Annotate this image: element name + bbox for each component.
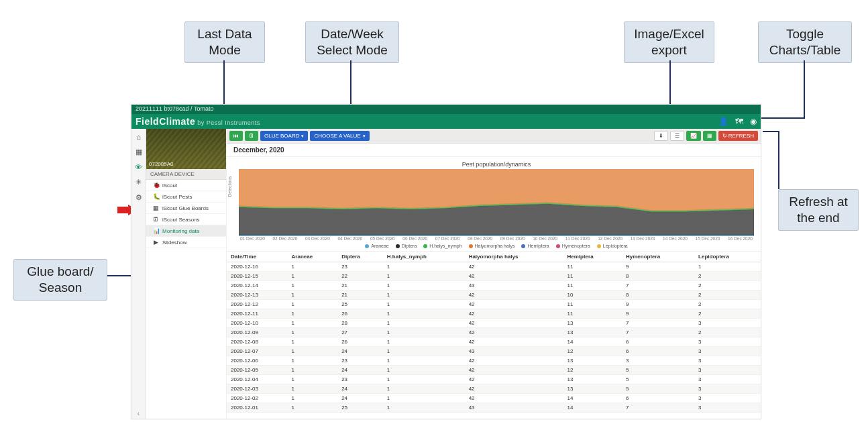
- month-label: December, 2020: [227, 144, 761, 157]
- callout-refresh: Refresh atthe end: [778, 189, 859, 231]
- choose-value-dropdown[interactable]: CHOOSE A VALUE▾: [310, 131, 369, 141]
- table-header: Hymenoptera: [622, 252, 694, 262]
- toolbar: ⏮ 🗓 GLUE BOARD▾ CHOOSE A VALUE▾ ⬇ ☰ 📈 ▦ …: [227, 129, 761, 144]
- connector-line: [778, 131, 779, 189]
- bug-icon[interactable]: ✳: [135, 178, 142, 187]
- toggle-table-button[interactable]: ▦: [703, 131, 716, 141]
- chart-xtick: 04 Dec 2020: [337, 236, 362, 241]
- sidebar-item-slideshow[interactable]: ▶Slideshow: [146, 237, 226, 248]
- table-row: 2020-12-151221421182: [227, 272, 761, 281]
- table-row: 2020-12-081261421463: [227, 337, 761, 347]
- chart-xtick: 06 Dec 2020: [402, 236, 427, 241]
- chart-xtick: 15 Dec 2020: [696, 236, 720, 241]
- legend-item: Diptera: [396, 244, 417, 248]
- chart-ylabel: Detections: [227, 176, 232, 197]
- legend-item: Hemiptera: [521, 244, 549, 248]
- table-row: 2020-12-161231421191: [227, 262, 761, 272]
- broadcast-icon[interactable]: ◉: [750, 117, 757, 126]
- breadcrumb: 20211111 bt078cad / Tomato: [131, 105, 761, 114]
- station-hero: 072085A0: [146, 129, 226, 169]
- legend-item: Araneae: [365, 244, 388, 248]
- export-image-button[interactable]: ⬇: [654, 131, 668, 141]
- eye-icon[interactable]: 👁: [135, 163, 142, 171]
- refresh-button[interactable]: ↻ REFRESH: [718, 131, 758, 141]
- export-excel-button[interactable]: ☰: [670, 131, 684, 141]
- legend-item: Hymenoptera: [556, 244, 590, 248]
- table-header: Hemiptera: [563, 252, 622, 262]
- sidebar-item-iscout-glue-boards[interactable]: ▦iScout Glue Boards: [146, 203, 226, 214]
- chart-xtick: 03 Dec 2020: [305, 236, 330, 241]
- toggle-chart-button[interactable]: 📈: [686, 131, 701, 141]
- callout-last-data-mode: Last DataMode: [184, 21, 265, 63]
- chart-xtick: 16 Dec 2020: [728, 236, 753, 241]
- chart-xtick: 11 Dec 2020: [565, 236, 590, 241]
- chart-xlabels: 01 Dec 202002 Dec 202003 Dec 202004 Dec …: [239, 236, 754, 241]
- nav-label: iScout: [162, 182, 177, 189]
- data-table-wrap[interactable]: Date/TimeAraneaeDipteraH.halys_nymphHaly…: [227, 251, 761, 419]
- table-row: 2020-12-031241421353: [227, 384, 761, 394]
- callout-glueboard-season: Glue board/Season: [13, 259, 107, 301]
- table-row: 2020-12-131211421082: [227, 291, 761, 300]
- callout-date-week: Date/WeekSelect Mode: [305, 21, 399, 63]
- home-icon[interactable]: ⌂: [136, 133, 141, 141]
- user-icon[interactable]: 👤: [718, 117, 728, 126]
- left-rail: ⌂ ▦ 👁 ✳ ⚙ ‹: [131, 129, 146, 419]
- connector-line: [763, 131, 779, 132]
- callout-toggle: ToggleCharts/Table: [758, 21, 852, 63]
- sidebar-item-monitoring-data[interactable]: 📊Monitoring data: [146, 225, 226, 237]
- gear-icon[interactable]: ⚙: [135, 193, 142, 202]
- map-icon[interactable]: 🗺: [735, 117, 743, 126]
- table-row: 2020-12-041231421353: [227, 375, 761, 384]
- chart-svg: [239, 169, 754, 236]
- rail-collapse-icon[interactable]: ‹: [138, 410, 140, 417]
- table-row: 2020-12-071241431263: [227, 347, 761, 356]
- table-row: 2020-12-111261421192: [227, 309, 761, 319]
- nav-label: iScout Seasons: [162, 217, 200, 223]
- sidebar-nav: 🐞iScout🐛iScout Pests▦iScout Glue Boards🗓…: [146, 180, 226, 248]
- last-data-button[interactable]: ⏮: [229, 131, 243, 141]
- sidebar-item-iscout[interactable]: 🐞iScout: [146, 180, 226, 191]
- legend-item: Halyomorpha halys: [469, 244, 515, 248]
- nav-label: iScout Glue Boards: [162, 205, 209, 211]
- table-row: 2020-12-091271421372: [227, 328, 761, 337]
- sidebar-item-iscout-seasons[interactable]: 🗓iScout Seasons: [146, 214, 226, 225]
- glue-board-dropdown[interactable]: GLUE BOARD▾: [260, 131, 308, 141]
- sidebar-item-iscout-pests[interactable]: 🐛iScout Pests: [146, 191, 226, 203]
- legend-item: H.halys_nymph: [423, 244, 462, 248]
- connector-line: [804, 60, 805, 117]
- table-row: 2020-12-121251421192: [227, 300, 761, 309]
- chart-xtick: 01 Dec 2020: [240, 236, 265, 241]
- table-row: 2020-12-061231421333: [227, 356, 761, 366]
- chart-xtick: 12 Dec 2020: [598, 236, 622, 241]
- table-row: 2020-12-141211431172: [227, 281, 761, 291]
- callout-export: Image/Excelexport: [624, 21, 714, 63]
- table-header: Araneae: [288, 252, 338, 262]
- nav-icon: 🐞: [153, 182, 159, 189]
- topbar: FieldClimateby Pessl Instruments 👤 🗺 ◉: [131, 114, 761, 129]
- chart-legend: AraneaeDipteraH.halys_nymphHalyomorpha h…: [239, 241, 754, 250]
- calendar-button[interactable]: 🗓: [245, 131, 258, 141]
- nav-icon: 🗓: [153, 216, 159, 223]
- legend-item: Lepidoptera: [597, 244, 628, 248]
- chart-xtick: 05 Dec 2020: [370, 236, 395, 241]
- table-header: Diptera: [337, 252, 383, 262]
- nav-label: iScout Pests: [162, 194, 192, 200]
- nav-icon: ▶: [153, 239, 159, 246]
- nav-label: Slideshow: [162, 240, 186, 246]
- table-row: 2020-12-021241421463: [227, 394, 761, 403]
- table-header: Lepidoptera: [694, 252, 761, 262]
- chart-xtick: 09 Dec 2020: [500, 236, 525, 241]
- table-header: Date/Time: [227, 252, 288, 262]
- chart-xtick: 13 Dec 2020: [631, 236, 655, 241]
- station-id: 072085A0: [149, 161, 173, 167]
- table-header: Halyomorpha halys: [465, 252, 563, 262]
- nav-icon: ▦: [153, 205, 159, 211]
- nav-icon: 📊: [153, 227, 159, 234]
- chart-panel: Pest population/dynamics Detections 01 D…: [227, 157, 761, 251]
- app-window: 20211111 bt078cad / Tomato FieldClimateb…: [131, 104, 761, 419]
- table-header: H.halys_nymph: [383, 252, 465, 262]
- table-row: 2020-12-101281421373: [227, 319, 761, 328]
- dashboard-icon[interactable]: ▦: [135, 148, 142, 156]
- brand: FieldClimateby Pessl Instruments: [135, 116, 260, 127]
- table-row: 2020-12-011251431473: [227, 403, 761, 413]
